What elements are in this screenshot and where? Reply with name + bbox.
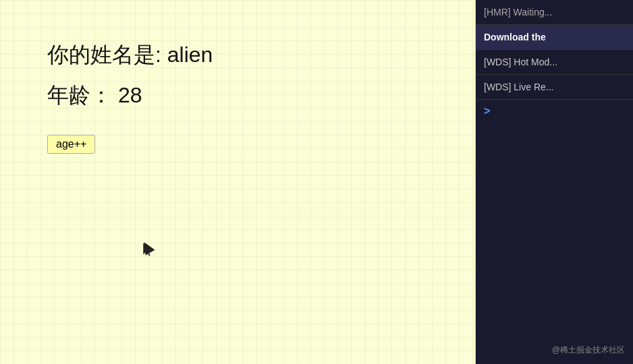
age-increment-button[interactable]: age++	[47, 135, 95, 154]
sidebar-item-wds-live-re: [WDS] Live Re...	[476, 75, 633, 100]
main-panel: 你的姓名是: alien 年龄： 28 age++	[0, 0, 476, 364]
age-label: 年龄：	[47, 83, 112, 107]
age-display: 年龄： 28	[47, 81, 475, 111]
name-value: alien	[167, 42, 213, 67]
sidebar-panel: [HMR] Waiting... Download the [WDS] Hot …	[476, 0, 633, 364]
sidebar-item-wds-hot-mod: [WDS] Hot Mod...	[476, 50, 633, 75]
age-value: 28	[118, 83, 142, 107]
sidebar-item-download-the: Download the	[476, 25, 633, 50]
svg-marker-0	[143, 243, 153, 256]
sidebar-arrow[interactable]: >	[476, 100, 633, 123]
sidebar-item-hmr-waiting: [HMR] Waiting...	[476, 0, 633, 25]
sidebar-footer: @稀土掘金技术社区	[552, 344, 625, 356]
name-label: 你的姓名是:	[47, 42, 161, 67]
name-display: 你的姓名是: alien	[47, 40, 475, 70]
